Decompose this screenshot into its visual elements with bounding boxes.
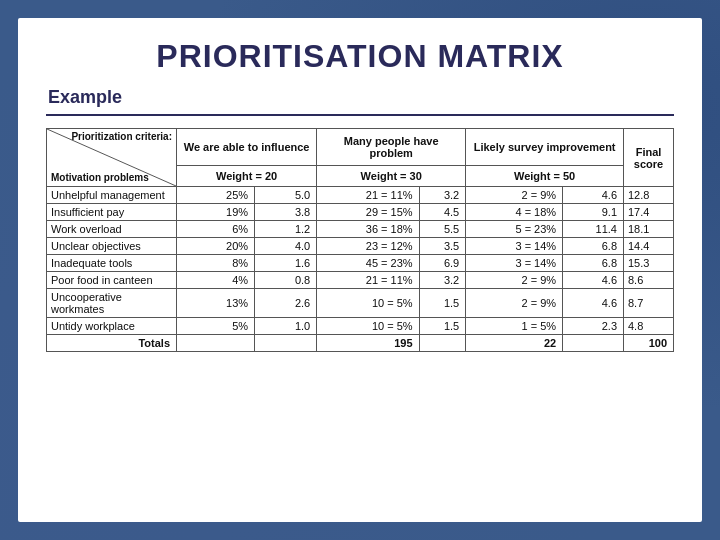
slide-container: PRIORITISATION MATRIX Example Prioritiza… [18, 18, 702, 522]
row-prob-score: 4.5 [419, 204, 466, 221]
slide-title: PRIORITISATION MATRIX [18, 18, 702, 83]
row-surv-val: 2 = 9% [466, 272, 563, 289]
row-inf-score: 3.8 [255, 204, 317, 221]
row-prob-score: 6.9 [419, 255, 466, 272]
col-final-header: Final score [624, 129, 674, 187]
row-name: Untidy workplace [47, 318, 177, 335]
row-name: Poor food in canteen [47, 272, 177, 289]
row-inf-score: 1.0 [255, 318, 317, 335]
totals-row: Totals 195 22 100 [47, 335, 674, 352]
slide-subtitle: Example [18, 83, 702, 114]
table-row: Untidy workplace 5% 1.0 10 = 5% 1.5 1 = … [47, 318, 674, 335]
row-name: Insufficient pay [47, 204, 177, 221]
row-prob-val: 36 = 18% [317, 221, 419, 238]
row-prob-score: 3.5 [419, 238, 466, 255]
row-name: Uncooperative workmates [47, 289, 177, 318]
diagonal-header-cell: Prioritization criteria: Motivation prob… [47, 129, 177, 187]
totals-final: 100 [624, 335, 674, 352]
row-inf-pct: 4% [177, 272, 255, 289]
row-surv-score: 9.1 [563, 204, 624, 221]
row-surv-score: 6.8 [563, 255, 624, 272]
row-inf-pct: 8% [177, 255, 255, 272]
row-name: Inadequate tools [47, 255, 177, 272]
totals-surv-val: 22 [466, 335, 563, 352]
row-surv-val: 2 = 9% [466, 289, 563, 318]
row-surv-score: 6.8 [563, 238, 624, 255]
row-inf-score: 4.0 [255, 238, 317, 255]
row-inf-score: 0.8 [255, 272, 317, 289]
row-final: 4.8 [624, 318, 674, 335]
row-inf-pct: 19% [177, 204, 255, 221]
row-name: Work overload [47, 221, 177, 238]
problem-weight: Weight = 30 [317, 165, 466, 186]
col-problem-header: Many people have problem [317, 129, 466, 166]
row-final: 8.6 [624, 272, 674, 289]
row-prob-val: 29 = 15% [317, 204, 419, 221]
row-prob-val: 21 = 11% [317, 187, 419, 204]
row-prob-score: 1.5 [419, 318, 466, 335]
row-prob-score: 3.2 [419, 272, 466, 289]
totals-prob-val: 195 [317, 335, 419, 352]
diag-bottom-label: Motivation problems [51, 172, 149, 184]
prioritisation-table: Prioritization criteria: Motivation prob… [46, 128, 674, 352]
row-final: 8.7 [624, 289, 674, 318]
table-body: Unhelpful management 25% 5.0 21 = 11% 3.… [47, 187, 674, 352]
row-surv-val: 1 = 5% [466, 318, 563, 335]
row-prob-score: 3.2 [419, 187, 466, 204]
col-influence-header: We are able to influence [177, 129, 317, 166]
row-final: 15.3 [624, 255, 674, 272]
table-row: Insufficient pay 19% 3.8 29 = 15% 4.5 4 … [47, 204, 674, 221]
row-prob-score: 1.5 [419, 289, 466, 318]
row-prob-score: 5.5 [419, 221, 466, 238]
row-inf-pct: 13% [177, 289, 255, 318]
row-surv-score: 11.4 [563, 221, 624, 238]
table-row: Inadequate tools 8% 1.6 45 = 23% 6.9 3 =… [47, 255, 674, 272]
row-final: 17.4 [624, 204, 674, 221]
row-name: Unhelpful management [47, 187, 177, 204]
totals-inf-pct [177, 335, 255, 352]
row-inf-pct: 6% [177, 221, 255, 238]
row-surv-val: 3 = 14% [466, 238, 563, 255]
row-prob-val: 21 = 11% [317, 272, 419, 289]
row-final: 18.1 [624, 221, 674, 238]
row-prob-val: 10 = 5% [317, 289, 419, 318]
row-prob-val: 10 = 5% [317, 318, 419, 335]
col-survey-header: Likely survey improvement [466, 129, 624, 166]
table-row: Unclear objectives 20% 4.0 23 = 12% 3.5 … [47, 238, 674, 255]
row-name: Unclear objectives [47, 238, 177, 255]
diag-top-label: Prioritization criteria: [71, 131, 172, 143]
row-surv-score: 2.3 [563, 318, 624, 335]
row-inf-score: 1.6 [255, 255, 317, 272]
row-surv-val: 2 = 9% [466, 187, 563, 204]
row-surv-val: 4 = 18% [466, 204, 563, 221]
totals-surv-score [563, 335, 624, 352]
totals-inf-score [255, 335, 317, 352]
row-surv-score: 4.6 [563, 187, 624, 204]
table-header-row: Prioritization criteria: Motivation prob… [47, 129, 674, 166]
row-inf-score: 5.0 [255, 187, 317, 204]
survey-weight: Weight = 50 [466, 165, 624, 186]
divider [46, 114, 674, 116]
row-surv-val: 3 = 14% [466, 255, 563, 272]
row-surv-val: 5 = 23% [466, 221, 563, 238]
row-prob-val: 45 = 23% [317, 255, 419, 272]
row-inf-score: 2.6 [255, 289, 317, 318]
row-inf-score: 1.2 [255, 221, 317, 238]
table-row: Uncooperative workmates 13% 2.6 10 = 5% … [47, 289, 674, 318]
totals-label: Totals [47, 335, 177, 352]
row-inf-pct: 5% [177, 318, 255, 335]
table-row: Unhelpful management 25% 5.0 21 = 11% 3.… [47, 187, 674, 204]
table-row: Poor food in canteen 4% 0.8 21 = 11% 3.2… [47, 272, 674, 289]
row-surv-score: 4.6 [563, 289, 624, 318]
row-final: 14.4 [624, 238, 674, 255]
influence-weight: Weight = 20 [177, 165, 317, 186]
row-inf-pct: 25% [177, 187, 255, 204]
row-prob-val: 23 = 12% [317, 238, 419, 255]
table-row: Work overload 6% 1.2 36 = 18% 5.5 5 = 23… [47, 221, 674, 238]
table-container: Prioritization criteria: Motivation prob… [18, 124, 702, 356]
row-final: 12.8 [624, 187, 674, 204]
row-surv-score: 4.6 [563, 272, 624, 289]
totals-prob-score [419, 335, 466, 352]
row-inf-pct: 20% [177, 238, 255, 255]
